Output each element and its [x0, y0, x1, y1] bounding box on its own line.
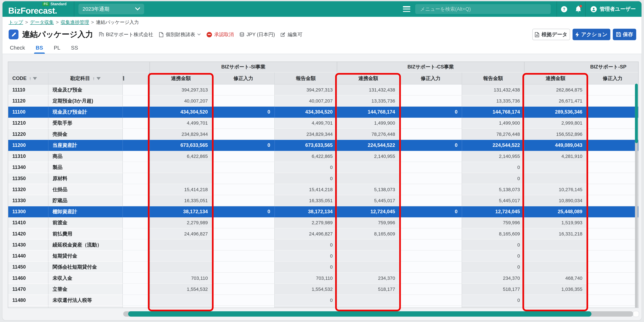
- cell-adjust-input[interactable]: [587, 206, 638, 217]
- horizontal-scrollbar-thumb[interactable]: [128, 311, 592, 317]
- evidence-data-button[interactable]: 根拠データ: [532, 29, 570, 40]
- cell-adjust-input[interactable]: [400, 239, 462, 251]
- cell-adjust-input[interactable]: [212, 273, 275, 284]
- cell-adjust-input[interactable]: [212, 173, 275, 184]
- cell-adjust-input[interactable]: 0: [400, 140, 462, 151]
- filter-icon[interactable]: [33, 77, 37, 80]
- cell-adjust-input[interactable]: [212, 162, 275, 173]
- vertical-scrollbar-thumb[interactable]: [635, 84, 638, 143]
- cell-adjust-input[interactable]: [400, 118, 462, 129]
- cell-adjust-input[interactable]: [587, 84, 638, 96]
- column-header-adjust-input[interactable]: 修正入力: [212, 73, 275, 84]
- column-header-linked-amount[interactable]: 連携金額: [337, 73, 400, 84]
- user-avatar-icon: [591, 6, 597, 12]
- cell-adjust-input[interactable]: [400, 251, 462, 262]
- cell-adjust-input[interactable]: [587, 217, 638, 228]
- cell-adjust-input[interactable]: [587, 295, 638, 306]
- cell-adjust-input[interactable]: 0: [212, 206, 275, 217]
- cell-adjust-input[interactable]: [587, 306, 638, 308]
- cell-adjust-input[interactable]: [212, 217, 275, 228]
- period-selector[interactable]: 2023年通期: [78, 4, 144, 14]
- column-header-linked-amount[interactable]: 連携金額: [150, 73, 212, 84]
- cell-adjust-input[interactable]: [400, 228, 462, 239]
- breadcrumb-link-progress[interactable]: 収集進捗管理: [61, 19, 89, 25]
- cell-adjust-input[interactable]: [212, 262, 275, 273]
- column-header-account[interactable]: 勘定科目↑: [48, 73, 123, 84]
- column-header-code[interactable]: CODE↑: [8, 73, 48, 84]
- column-header-reported-amount[interactable]: 報告金額: [275, 73, 337, 84]
- cell-adjust-input[interactable]: [212, 118, 275, 129]
- tab-bs[interactable]: BS: [36, 41, 43, 54]
- cell-adjust-input[interactable]: [587, 184, 638, 195]
- breadcrumb-link-top[interactable]: トップ: [9, 19, 23, 25]
- cell-adjust-input[interactable]: 0: [212, 140, 275, 151]
- cell-adjust-input[interactable]: [587, 129, 638, 140]
- breadcrumb-link-data-collection[interactable]: データ収集: [30, 19, 54, 25]
- cell-adjust-input[interactable]: [400, 217, 462, 228]
- cell-adjust-input[interactable]: [212, 195, 275, 206]
- cell-adjust-input[interactable]: [587, 107, 638, 118]
- cell-hidden-column: [123, 239, 150, 251]
- column-header-adjust-input[interactable]: 修正入力: [400, 73, 462, 84]
- cell-adjust-input[interactable]: [400, 162, 462, 173]
- cell-adjust-input[interactable]: 0: [400, 107, 462, 118]
- filter-icon[interactable]: [96, 77, 100, 80]
- cell-adjust-input[interactable]: [212, 151, 275, 162]
- help-icon[interactable]: ?: [561, 6, 567, 12]
- cell-adjust-input[interactable]: [400, 84, 462, 96]
- cell-adjust-input[interactable]: [587, 118, 638, 129]
- cell-adjust-input[interactable]: [400, 284, 462, 295]
- cell-adjust-input[interactable]: [212, 295, 275, 306]
- cell-adjust-input[interactable]: [587, 151, 638, 162]
- cell-adjust-input[interactable]: [400, 151, 462, 162]
- cell-adjust-input[interactable]: [212, 184, 275, 195]
- save-button[interactable]: 保存: [613, 29, 636, 40]
- doc-type-selector[interactable]: 個別財務諸表: [159, 31, 201, 38]
- menu-search-input[interactable]: メニューを検索(Alt+Q): [415, 4, 551, 14]
- column-header-adjust-input[interactable]: 修正入力: [587, 73, 638, 84]
- cell-adjust-input[interactable]: [587, 251, 638, 262]
- vertical-scrollbar[interactable]: [635, 84, 638, 308]
- column-header-linked-amount[interactable]: 連携金額: [524, 73, 587, 84]
- cell-adjust-input[interactable]: [400, 306, 462, 308]
- cell-adjust-input[interactable]: [212, 228, 275, 239]
- cell-adjust-input[interactable]: [587, 173, 638, 184]
- cell-adjust-input[interactable]: [587, 96, 638, 107]
- cell-adjust-input[interactable]: [400, 129, 462, 140]
- column-header-reported-amount[interactable]: 報告金額: [462, 73, 524, 84]
- cell-adjust-input[interactable]: 0: [400, 206, 462, 217]
- cell-adjust-input[interactable]: [400, 262, 462, 273]
- cell-adjust-input[interactable]: [212, 96, 275, 107]
- cell-adjust-input[interactable]: [587, 273, 638, 284]
- horizontal-scrollbar[interactable]: [123, 311, 633, 317]
- tab-pl[interactable]: PL: [54, 41, 60, 54]
- menu-icon[interactable]: [403, 6, 410, 12]
- cell-adjust-input[interactable]: [400, 96, 462, 107]
- cell-adjust-input[interactable]: [212, 239, 275, 251]
- cell-adjust-input[interactable]: [587, 195, 638, 206]
- cell-adjust-input[interactable]: [587, 284, 638, 295]
- cell-adjust-input[interactable]: [587, 228, 638, 239]
- tab-check[interactable]: Check: [10, 41, 25, 54]
- cell-amount: 2,140,955: [337, 151, 400, 162]
- notification-bell-icon[interactable]: [576, 6, 581, 12]
- action-button[interactable]: アクション: [572, 29, 610, 40]
- cell-adjust-input[interactable]: [400, 173, 462, 184]
- cell-adjust-input[interactable]: [587, 140, 638, 151]
- cell-adjust-input[interactable]: [400, 273, 462, 284]
- approval-status[interactable]: 承認取消: [207, 31, 234, 38]
- cell-adjust-input[interactable]: [212, 251, 275, 262]
- cell-adjust-input[interactable]: [587, 239, 638, 251]
- cell-adjust-input[interactable]: [400, 195, 462, 206]
- cell-adjust-input[interactable]: [587, 262, 638, 273]
- cell-adjust-input[interactable]: 0: [212, 107, 275, 118]
- cell-adjust-input[interactable]: [587, 162, 638, 173]
- user-menu[interactable]: 管理者ユーザー: [591, 5, 636, 13]
- cell-adjust-input[interactable]: [212, 284, 275, 295]
- cell-adjust-input[interactable]: [212, 306, 275, 308]
- cell-adjust-input[interactable]: [212, 129, 275, 140]
- cell-adjust-input[interactable]: [400, 184, 462, 195]
- cell-adjust-input[interactable]: [212, 84, 275, 96]
- cell-adjust-input[interactable]: [400, 295, 462, 306]
- tab-ss[interactable]: SS: [71, 41, 78, 54]
